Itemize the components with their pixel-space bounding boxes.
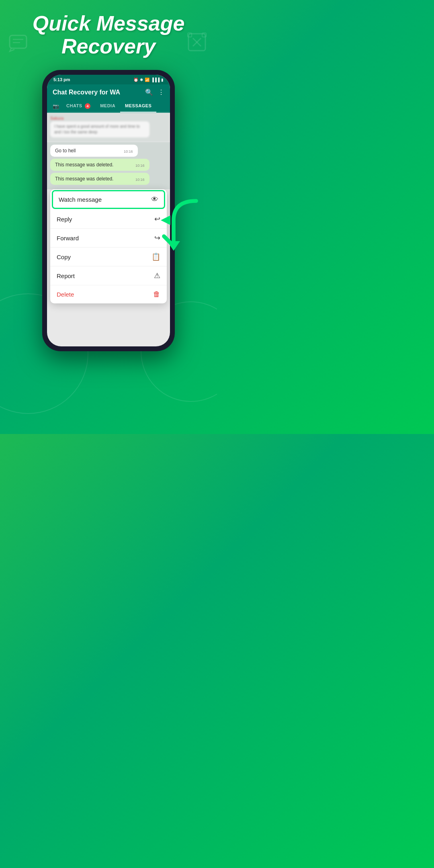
- message-deleted-1: This message was deleted. 10:16: [50, 159, 149, 171]
- status-time: 5:13 pm: [53, 77, 70, 82]
- message-text: Go to hell: [55, 148, 76, 154]
- search-icon[interactable]: 🔍: [145, 88, 153, 96]
- arrow-indicator: [149, 194, 205, 260]
- tab-messages[interactable]: MESSAGES: [120, 100, 156, 113]
- header-icons: 🔍 ⋮: [145, 88, 164, 96]
- phone-wrapper: 5:13 pm ⏰ ✱ 📶 ▐▐▐ ▮ Chat Recovery for WA…: [0, 70, 217, 351]
- copy-label: Copy: [57, 254, 71, 260]
- app-title-label: Chat Recovery for WA: [53, 89, 120, 96]
- menu-item-report[interactable]: Report ⚠: [50, 266, 167, 285]
- tabs-bar: 📷 CHATS 4 MEDIA MESSAGES: [47, 100, 170, 113]
- messages-area: Go to hell 10:16 This message was delete…: [47, 142, 170, 189]
- tab-media[interactable]: MEDIA: [95, 100, 120, 113]
- camera-icon[interactable]: 📷: [50, 100, 61, 113]
- app-header: Chat Recovery for WA 🔍 ⋮: [47, 84, 170, 100]
- message-deleted-2: This message was deleted. 10:16: [50, 173, 149, 185]
- chat-bg-icon: [8, 32, 30, 59]
- chat-background-area: Sakura I have spent a good amount of mor…: [47, 113, 170, 142]
- deleted-text-1: This message was deleted.: [55, 162, 113, 168]
- reply-label: Reply: [57, 216, 72, 223]
- trash-icon: 🗑: [153, 290, 160, 299]
- warning-icon: ⚠: [154, 271, 160, 280]
- status-bar: 5:13 pm ⏰ ✱ 📶 ▐▐▐ ▮: [47, 75, 170, 84]
- chats-badge: 4: [85, 103, 90, 109]
- forward-label: Forward: [57, 235, 79, 242]
- signal-icon: ▐▐▐: [151, 78, 160, 82]
- watch-message-label: Watch message: [59, 196, 102, 203]
- app-title: Quick Message Recovery: [16, 12, 201, 58]
- wifi-icon: 📶: [145, 78, 149, 82]
- message-time-1: 10:16: [135, 164, 145, 168]
- more-icon[interactable]: ⋮: [158, 88, 164, 96]
- title-area: Quick Message Recovery: [0, 0, 217, 66]
- delete-label: Delete: [57, 291, 74, 298]
- svg-rect-0: [10, 35, 27, 48]
- message-received: Go to hell 10:16: [50, 145, 138, 157]
- report-label: Report: [57, 272, 75, 279]
- menu-item-delete[interactable]: Delete 🗑: [50, 285, 167, 303]
- message-time-2: 10:16: [135, 178, 145, 182]
- status-icons: ⏰ ✱ 📶 ▐▐▐ ▮: [133, 78, 164, 82]
- chat-blurred-bubble: I have spent a good amount of more and t…: [50, 121, 149, 137]
- bluetooth-icon: ✱: [140, 78, 143, 82]
- alarm-icon: ⏰: [133, 78, 138, 82]
- menu-item-watch-message[interactable]: Watch message 👁: [52, 190, 165, 209]
- sender-name: Sakura: [50, 116, 167, 121]
- svg-marker-9: [161, 215, 170, 225]
- deleted-text-2: This message was deleted.: [55, 176, 113, 182]
- svg-marker-8: [167, 241, 180, 251]
- tab-chats[interactable]: CHATS 4: [61, 100, 95, 113]
- x-bg-icon: [187, 32, 209, 59]
- battery-icon: ▮: [161, 78, 164, 82]
- message-time: 10:16: [124, 149, 133, 154]
